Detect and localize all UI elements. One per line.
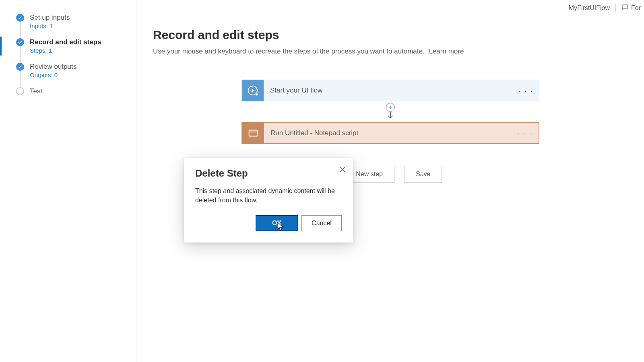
header-bar: MyFirstUIFlow For — [0, 0, 644, 16]
flow-start-card[interactable]: Start your UI flow · · · — [242, 80, 539, 101]
flow-step-label: Run Untitled - Notepad script — [264, 129, 358, 137]
sidebar-item-record[interactable]: Record and edit steps Steps: 1 — [16, 37, 136, 61]
delete-step-dialog: Delete Step This step and associated dyn… — [184, 158, 353, 243]
cancel-button[interactable]: Cancel — [301, 215, 342, 231]
chat-icon — [621, 4, 629, 12]
save-button[interactable]: Save — [404, 166, 442, 183]
subtitle-text: Use your mouse and keyboard to recreate … — [153, 47, 425, 55]
play-loop-icon — [242, 80, 264, 101]
close-icon — [339, 166, 346, 174]
dialog-body: This step and associated dynamic content… — [195, 186, 342, 205]
flow-start-label: Start your UI flow — [264, 86, 322, 95]
step-title: Review outputs — [30, 63, 136, 71]
learn-more-link[interactable]: Learn more — [429, 47, 464, 55]
feedback-label: For — [631, 4, 641, 12]
step-meta: Outputs: 0 — [30, 72, 136, 78]
flow-connector: + — [386, 101, 395, 122]
wizard-sidebar: Set up inputs Inputs: 1 Record and edit … — [0, 0, 137, 362]
sidebar-item-outputs[interactable]: Review outputs Outputs: 0 — [16, 61, 136, 86]
close-button[interactable] — [338, 165, 347, 175]
page-subtitle: Use your mouse and keyboard to recreate … — [153, 47, 628, 56]
step-title: Test — [30, 87, 136, 95]
add-step-inline[interactable]: + — [386, 103, 395, 112]
empty-step-icon — [16, 87, 24, 95]
step-title: Record and edit steps — [30, 38, 136, 46]
header-divider — [615, 4, 616, 12]
check-icon — [16, 63, 24, 71]
arrow-down-icon — [386, 111, 395, 120]
sidebar-item-test[interactable]: Test — [16, 86, 136, 103]
dialog-buttons: OK Cancel — [195, 215, 342, 231]
flow-name: MyFirstUIFlow — [569, 4, 610, 12]
ellipsis-icon[interactable]: · · · — [518, 123, 533, 143]
svg-rect-1 — [249, 130, 258, 136]
window-icon — [242, 122, 264, 144]
ellipsis-icon[interactable]: · · · — [518, 80, 533, 101]
step-meta: Inputs: 1 — [30, 23, 136, 29]
dialog-title: Delete Step — [195, 168, 342, 179]
flow-step-notepad[interactable]: Run Untitled - Notepad script · · · — [242, 122, 539, 144]
feedback-button[interactable]: For — [621, 4, 641, 12]
page-title: Record and edit steps — [153, 28, 628, 42]
step-meta: Steps: 1 — [30, 47, 136, 54]
ok-button[interactable]: OK — [256, 215, 298, 231]
check-icon — [16, 38, 24, 46]
